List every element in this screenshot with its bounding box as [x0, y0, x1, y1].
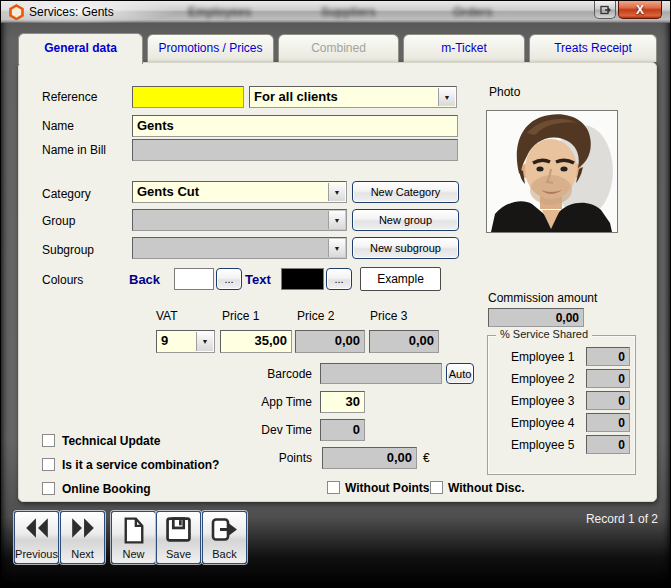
tab-general-data[interactable]: General data — [18, 33, 143, 64]
back-colour-swatch[interactable] — [174, 268, 214, 290]
portrait-image — [487, 111, 617, 232]
colours-label: Colours — [42, 273, 83, 287]
service-combination-label[interactable]: Is it a service combination? — [62, 458, 219, 472]
auto-barcode-button[interactable]: Auto — [446, 363, 474, 384]
back-button-label: Back — [212, 548, 236, 560]
technical-update-checkbox[interactable] — [42, 434, 55, 447]
name-in-bill-input[interactable] — [132, 139, 458, 161]
points-input[interactable]: 0,00 — [322, 447, 417, 469]
services-window: Services: Gents Employees Suppliers Orde… — [0, 0, 671, 588]
vat-select[interactable]: 9 ▼ — [156, 330, 215, 353]
price3-input[interactable]: 0,00 — [369, 330, 439, 353]
new-group-button[interactable]: New group — [352, 209, 459, 231]
barcode-input[interactable] — [320, 363, 442, 384]
price2-input[interactable]: 0,00 — [295, 330, 365, 353]
without-disc-label[interactable]: Without Disc. — [448, 481, 525, 495]
tab-treats-receipt[interactable]: Treats Receipt — [529, 34, 657, 62]
name-input[interactable]: Gents — [132, 115, 458, 137]
previous-button[interactable]: Previous — [14, 511, 59, 564]
name-label: Name — [42, 119, 74, 133]
text-colour-browse-button[interactable]: ... — [326, 268, 352, 290]
currency-symbol: € — [423, 451, 430, 465]
next-icon — [70, 517, 96, 539]
reference-input[interactable] — [132, 86, 244, 108]
points-label: Points — [205, 451, 312, 465]
new-subgroup-button[interactable]: New subgroup — [352, 237, 459, 259]
chevron-down-icon[interactable]: ▼ — [328, 239, 345, 257]
chevron-down-icon[interactable]: ▼ — [328, 211, 345, 229]
new-category-button[interactable]: New Category — [352, 181, 459, 203]
vat-label: VAT — [156, 309, 178, 323]
without-points-checkbox[interactable] — [327, 481, 340, 494]
text-colour-swatch[interactable] — [281, 268, 324, 290]
dev-time-label: Dev Time — [205, 423, 312, 437]
group-select[interactable]: ▼ — [132, 209, 347, 231]
close-icon: X — [636, 3, 644, 17]
background-tab-suppliers: Suppliers — [321, 5, 376, 19]
name-in-bill-label: Name in Bill — [42, 143, 106, 157]
next-button[interactable]: Next — [60, 511, 105, 564]
back-colour-browse-button[interactable]: ... — [216, 268, 242, 290]
save-button[interactable]: Save — [156, 511, 201, 564]
background-tab-employees: Employees — [188, 5, 251, 19]
employee-3-label: Employee 3 — [511, 394, 574, 408]
category-value: Gents Cut — [137, 184, 199, 199]
price1-input[interactable]: 35,00 — [220, 330, 292, 353]
category-select[interactable]: Gents Cut ▼ — [132, 181, 347, 203]
save-floppy-icon — [166, 517, 191, 542]
service-photo[interactable] — [486, 110, 618, 233]
example-button[interactable]: Example — [360, 267, 441, 291]
subgroup-select[interactable]: ▼ — [132, 237, 347, 259]
technical-update-label[interactable]: Technical Update — [62, 434, 160, 448]
app-time-input[interactable]: 30 — [320, 391, 365, 413]
new-button[interactable]: New — [111, 511, 156, 564]
window-title: Services: Gents — [29, 5, 114, 19]
commission-amount-input[interactable]: 0,00 — [488, 308, 584, 327]
chevron-down-icon[interactable]: ▼ — [328, 183, 345, 201]
save-button-label: Save — [166, 548, 191, 560]
employee-1-input[interactable]: 0 — [586, 347, 630, 366]
chevron-down-icon[interactable]: ▼ — [438, 88, 455, 106]
dev-time-input[interactable]: 0 — [320, 419, 365, 441]
record-status: Record 1 of 2 — [586, 512, 658, 526]
app-icon — [9, 4, 24, 20]
online-booking-checkbox[interactable] — [42, 482, 55, 495]
popout-window-button[interactable] — [594, 1, 616, 19]
client-scope-value: For all clients — [254, 89, 338, 104]
group-label: Group — [42, 214, 75, 228]
employee-4-label: Employee 4 — [511, 416, 574, 430]
service-combination-checkbox[interactable] — [42, 458, 55, 471]
without-points-label[interactable]: Without Points — [345, 481, 430, 495]
new-document-icon — [123, 517, 145, 544]
titlebar[interactable]: Services: Gents Employees Suppliers Orde… — [1, 1, 670, 23]
online-booking-label[interactable]: Online Booking — [62, 482, 151, 496]
employee-4-input[interactable]: 0 — [586, 413, 630, 432]
chevron-down-icon[interactable]: ▼ — [196, 332, 213, 351]
price3-label: Price 3 — [370, 309, 407, 323]
tab-m-ticket[interactable]: m-Ticket — [403, 34, 525, 62]
reference-label: Reference — [42, 90, 97, 104]
subgroup-label: Subgroup — [42, 243, 94, 257]
service-shared-groupbox: % Service Shared Employee 1 0 Employee 2… — [487, 335, 636, 475]
back-colour-label: Back — [129, 272, 160, 287]
without-disc-checkbox[interactable] — [430, 481, 443, 494]
client-scope-select[interactable]: For all clients ▼ — [249, 86, 457, 108]
tab-combined[interactable]: Combined — [278, 34, 399, 62]
employee-2-input[interactable]: 0 — [586, 369, 630, 388]
previous-button-label: Previous — [15, 548, 58, 560]
barcode-label: Barcode — [205, 367, 312, 381]
category-label: Category — [42, 187, 91, 201]
popout-icon — [600, 5, 611, 15]
new-button-label: New — [122, 548, 144, 560]
employee-5-input[interactable]: 0 — [586, 435, 630, 454]
back-exit-icon — [211, 517, 238, 542]
text-colour-label: Text — [245, 272, 271, 287]
employee-2-label: Employee 2 — [511, 372, 574, 386]
service-shared-title: % Service Shared — [496, 328, 592, 340]
employee-3-input[interactable]: 0 — [586, 391, 630, 410]
back-button[interactable]: Back — [202, 511, 247, 564]
tab-promotions-prices[interactable]: Promotions / Prices — [147, 34, 274, 62]
vat-value: 9 — [161, 333, 168, 348]
next-button-label: Next — [71, 548, 94, 560]
close-button[interactable]: X — [618, 1, 662, 19]
